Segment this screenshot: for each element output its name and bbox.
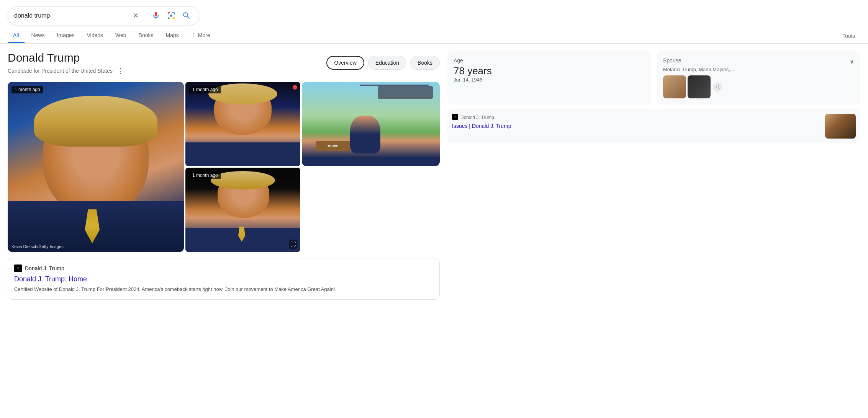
website-card-header: T Donald J. Trump: [14, 265, 433, 272]
more-options-button[interactable]: ⋮: [116, 66, 126, 76]
entity-tabs: Overview Education Books: [326, 56, 440, 70]
main-image-caption: Kevin Dietsch/Getty Images: [11, 244, 64, 249]
spouse-photo-1[interactable]: [663, 75, 686, 98]
lens-icon: [167, 11, 176, 20]
bottom-right-image[interactable]: 1 month ago ⛶: [185, 168, 300, 252]
entity-header: Donald Trump Candidate for President of …: [8, 51, 440, 76]
live-indicator: [293, 85, 297, 90]
main-image[interactable]: 1 month ago Kevin Dietsch/Getty Images: [8, 82, 184, 252]
main-image-badge: 1 month ago: [11, 86, 43, 93]
tab-maps[interactable]: Maps: [160, 28, 184, 43]
tab-videos[interactable]: Videos: [82, 28, 109, 43]
spouse-header: Spouse ∨: [663, 57, 854, 65]
website-domain: Donald J. Trump: [25, 265, 64, 271]
tab-news[interactable]: News: [26, 28, 50, 43]
spouse-card: Spouse ∨ Melania Trump, Marla Maples,...…: [657, 51, 860, 104]
tab-images[interactable]: Images: [52, 28, 80, 43]
search-submit-button[interactable]: [180, 10, 193, 22]
tab-web[interactable]: Web: [110, 28, 132, 43]
search-bar-icons: ✕: [131, 10, 193, 22]
spouse-photo-2[interactable]: [688, 75, 711, 98]
search-bar: ✕: [8, 6, 199, 25]
bottom-right-image-badge: 1 month ago: [189, 171, 221, 179]
images-row: 1 month ago Kevin Dietsch/Getty Images 1…: [8, 82, 440, 252]
svg-point-0: [170, 15, 172, 17]
entity-subtitle: Candidate for President of the United St…: [8, 66, 126, 76]
top-right-image[interactable]: 1 month ago: [185, 82, 300, 166]
issues-text: T Donald J. Trump Issues | Donald J. Tru…: [452, 114, 821, 129]
website-description: Certified Website of Donald J. Trump For…: [14, 286, 433, 293]
issues-favicon: T: [452, 114, 458, 120]
issues-title[interactable]: Issues | Donald J. Trump: [452, 123, 821, 129]
tab-all[interactable]: All: [8, 28, 25, 43]
website-card: T Donald J. Trump Donald J. Trump: Home …: [8, 258, 440, 300]
microphone-icon: [151, 11, 160, 20]
tab-books[interactable]: Books: [133, 28, 159, 43]
tab-education[interactable]: Education: [368, 56, 406, 70]
spouse-photos: +1: [663, 75, 854, 98]
age-value: 78 years: [454, 65, 645, 77]
age-label: Age: [454, 57, 645, 64]
expand-image-icon[interactable]: ⛶: [289, 240, 297, 249]
search-icon: [182, 11, 191, 20]
voice-search-button[interactable]: [150, 10, 162, 22]
more-dots-icon: ⋮: [191, 32, 197, 38]
left-panel: Donald Trump Candidate for President of …: [8, 51, 440, 306]
issues-photo[interactable]: [825, 114, 856, 139]
tab-more[interactable]: ⋮ More: [186, 28, 216, 43]
search-input[interactable]: [14, 12, 128, 19]
tab-overview[interactable]: Overview: [326, 56, 364, 70]
website-favicon: T: [14, 265, 22, 272]
spouse-label: Spouse: [663, 57, 681, 64]
issues-domain: Donald J. Trump: [460, 115, 494, 120]
lens-search-button[interactable]: [165, 10, 177, 22]
info-grid: Age 78 years Jun 14, 1946 Spouse ∨ Melan…: [447, 51, 860, 104]
chevron-down-icon[interactable]: ∨: [850, 58, 854, 65]
tools-tab[interactable]: Tools: [837, 29, 860, 43]
issues-card: T Donald J. Trump Issues | Donald J. Tru…: [447, 109, 860, 143]
right-images-column: 1 month ago 1 month ago ⛶: [185, 82, 300, 252]
spouse-names: Melania Trump, Marla Maples,...: [663, 67, 854, 72]
plus-badge[interactable]: +1: [713, 82, 722, 91]
search-bar-container: ✕: [0, 0, 868, 25]
entity-title: Donald Trump: [8, 51, 126, 64]
clear-button[interactable]: ✕: [131, 10, 140, 21]
top-right-image-badge: 1 month ago: [189, 86, 221, 93]
outdoor-image[interactable]: TRUMP: [302, 82, 440, 166]
nav-tabs: All News Images Videos Web Books Maps ⋮ …: [0, 25, 868, 44]
tab-books[interactable]: Books: [410, 56, 440, 70]
main-content: Donald Trump Candidate for President of …: [0, 44, 868, 314]
age-date: Jun 14, 1946: [454, 77, 645, 83]
age-card: Age 78 years Jun 14, 1946: [447, 51, 651, 104]
website-title[interactable]: Donald J. Trump: Home: [14, 275, 433, 283]
right-panel: Age 78 years Jun 14, 1946 Spouse ∨ Melan…: [447, 51, 860, 306]
